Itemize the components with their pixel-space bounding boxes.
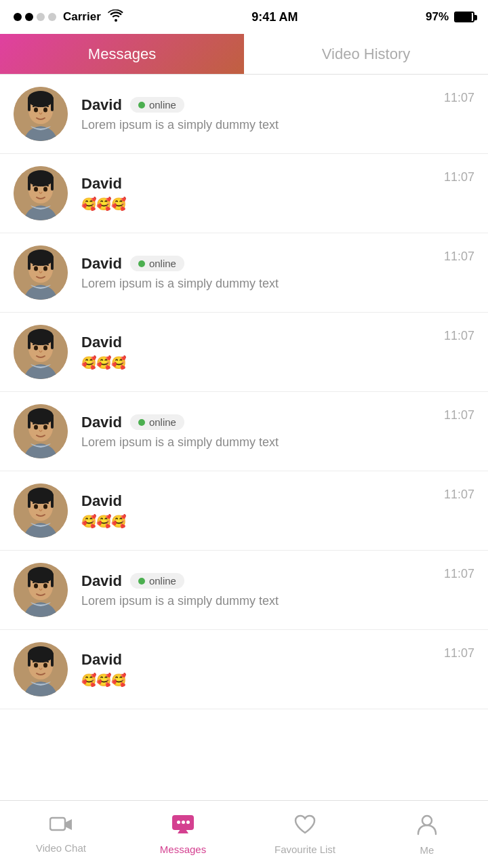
status-right: 97% [426, 10, 474, 24]
avatar [14, 404, 68, 458]
message-time: 11:07 [444, 488, 474, 502]
svg-point-27 [43, 346, 47, 351]
svg-rect-24 [28, 337, 30, 349]
svg-point-13 [43, 187, 47, 192]
avatar [14, 325, 68, 379]
svg-point-37 [28, 488, 54, 504]
svg-rect-52 [28, 654, 30, 667]
message-preview: Lorem ipsum is a simply dummy text [81, 435, 444, 450]
svg-rect-38 [28, 496, 30, 508]
svg-rect-39 [51, 496, 54, 508]
avatar [14, 642, 68, 696]
svg-point-62 [422, 816, 432, 825]
message-header: David online [81, 414, 444, 431]
svg-point-20 [43, 267, 47, 271]
message-preview: 🥰🥰🥰 [81, 514, 444, 529]
message-item[interactable]: David 🥰🥰🥰 11:07 [0, 313, 488, 392]
sender-name: David [81, 175, 122, 193]
message-item[interactable]: David online Lorem ipsum is a simply dum… [0, 75, 488, 154]
svg-rect-45 [28, 575, 30, 587]
svg-point-33 [34, 425, 38, 430]
carrier-label: Carrier [63, 10, 101, 24]
online-badge: online [130, 97, 184, 113]
svg-rect-46 [51, 575, 54, 587]
avatar [14, 563, 68, 617]
message-content: David online Lorem ipsum is a simply dum… [81, 572, 444, 608]
status-left: Carrier [14, 9, 124, 25]
message-preview: Lorem ipsum is a simply dummy text [81, 594, 444, 608]
message-time: 11:07 [444, 250, 474, 264]
message-item[interactable]: David online Lorem ipsum is a simply dum… [0, 233, 488, 313]
svg-point-40 [34, 505, 38, 509]
svg-point-54 [34, 663, 38, 668]
tab-bar: Messages Video History [0, 34, 488, 75]
svg-point-9 [28, 170, 54, 186]
message-content: David online Lorem ipsum is a simply dum… [81, 96, 444, 132]
message-preview: Lorem ipsum is a simply dummy text [81, 277, 444, 291]
nav-messages-label: Messages [160, 844, 206, 855]
nav-video-chat[interactable]: Video Chat [0, 816, 122, 854]
bottom-nav: Video Chat Messages Favourite List [0, 800, 488, 868]
status-time: 9:41 AM [251, 10, 298, 24]
nav-messages[interactable]: Messages [122, 814, 244, 855]
message-list: David online Lorem ipsum is a simply dum… [0, 75, 488, 709]
online-dot [138, 578, 145, 585]
svg-rect-25 [51, 337, 54, 349]
message-item[interactable]: David online Lorem ipsum is a simply dum… [0, 551, 488, 630]
message-content: David 🥰🥰🥰 [81, 334, 444, 370]
svg-point-51 [28, 646, 54, 663]
sender-name: David [81, 96, 122, 114]
svg-rect-32 [51, 416, 54, 429]
message-content: David 🥰🥰🥰 [81, 492, 444, 529]
message-header: David online [81, 255, 444, 273]
svg-point-30 [28, 408, 54, 425]
svg-point-47 [34, 584, 38, 589]
message-header: David [81, 334, 444, 351]
tab-video-history[interactable]: Video History [244, 34, 488, 74]
status-bar: Carrier 9:41 AM 97% [0, 0, 488, 34]
message-content: David 🥰🥰🥰 [81, 175, 444, 212]
sender-name: David [81, 255, 122, 273]
svg-point-2 [28, 91, 54, 107]
message-content: David online Lorem ipsum is a simply dum… [81, 414, 444, 450]
message-header: David [81, 492, 444, 510]
sender-name: David [81, 492, 122, 510]
svg-rect-59 [177, 821, 180, 824]
svg-rect-10 [28, 178, 30, 191]
message-item[interactable]: David online Lorem ipsum is a simply dum… [0, 392, 488, 471]
svg-rect-53 [51, 654, 54, 667]
message-preview: 🥰🥰🥰 [81, 673, 444, 688]
message-header: David online [81, 572, 444, 590]
message-item[interactable]: David 🥰🥰🥰 11:07 [0, 630, 488, 709]
online-dot [138, 102, 145, 108]
online-dot [138, 419, 145, 426]
tab-messages[interactable]: Messages [0, 34, 244, 74]
svg-point-55 [43, 663, 47, 668]
online-dot [138, 260, 145, 267]
nav-favourite-label: Favourite List [274, 844, 336, 855]
message-preview: Lorem ipsum is a simply dummy text [81, 118, 444, 132]
svg-point-23 [28, 329, 54, 345]
svg-rect-18 [51, 258, 54, 270]
svg-point-34 [43, 425, 47, 430]
wifi-icon [108, 9, 124, 25]
nav-favourite-list[interactable]: Favourite List [244, 814, 366, 855]
message-preview: 🥰🥰🥰 [81, 197, 444, 212]
svg-point-48 [43, 584, 47, 589]
message-content: David online Lorem ipsum is a simply dum… [81, 255, 444, 291]
message-item[interactable]: David 🥰🥰🥰 11:07 [0, 154, 488, 233]
sender-name: David [81, 651, 122, 669]
video-chat-icon [49, 816, 73, 838]
svg-rect-31 [28, 416, 30, 429]
svg-rect-17 [28, 258, 30, 270]
battery-percent: 97% [426, 10, 449, 24]
svg-marker-57 [65, 819, 72, 830]
svg-rect-11 [51, 178, 54, 191]
sender-name: David [81, 334, 122, 351]
nav-me-label: Me [420, 844, 434, 856]
svg-point-6 [43, 108, 47, 113]
nav-me[interactable]: Me [366, 814, 488, 856]
message-time: 11:07 [444, 170, 474, 184]
svg-rect-61 [186, 821, 190, 824]
message-item[interactable]: David 🥰🥰🥰 11:07 [0, 471, 488, 551]
